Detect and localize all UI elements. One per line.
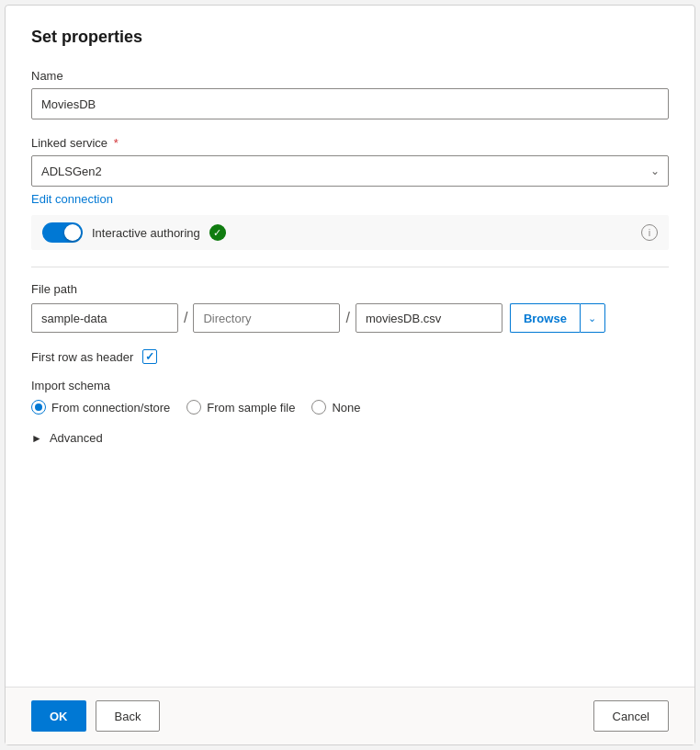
required-asterisk: *: [110, 136, 119, 150]
browse-btn-group: Browse ⌄: [510, 303, 605, 333]
chevron-down-icon: ⌄: [588, 312, 596, 324]
interactive-authoring-toggle[interactable]: [42, 222, 83, 243]
linked-service-label: Linked service *: [31, 136, 669, 150]
browse-chevron-button[interactable]: ⌄: [580, 303, 605, 333]
dialog-title: Set properties: [31, 28, 669, 47]
radio-label-from-sample-file: From sample file: [207, 401, 295, 415]
edit-connection-link[interactable]: Edit connection: [31, 192, 113, 206]
radio-inner-from-connection: [35, 403, 42, 411]
file-path-separator-1: /: [178, 303, 193, 333]
name-field-group: Name: [31, 69, 669, 119]
info-icon[interactable]: i: [641, 224, 658, 241]
radio-none[interactable]: None: [311, 400, 360, 415]
browse-button[interactable]: Browse: [510, 303, 580, 333]
import-schema-label: Import schema: [31, 379, 669, 392]
cancel-button[interactable]: Cancel: [593, 700, 669, 732]
set-properties-dialog: Set properties Name Linked service * ADL…: [5, 5, 695, 745]
back-button[interactable]: Back: [96, 700, 161, 732]
file-path-segment1[interactable]: [31, 303, 178, 333]
toggle-slider: [42, 222, 83, 243]
first-row-header-label: First row as header: [31, 350, 133, 364]
divider: [31, 267, 669, 267]
advanced-label: Advanced: [50, 431, 103, 445]
checkmark-icon: ✓: [145, 350, 154, 363]
linked-service-field-group: Linked service * ADLSGen2 ⌄ Edit connect…: [31, 136, 669, 250]
linked-service-select[interactable]: ADLSGen2: [31, 155, 669, 187]
name-input[interactable]: [31, 88, 669, 119]
advanced-row[interactable]: ► Advanced: [31, 431, 669, 445]
ok-button[interactable]: OK: [31, 700, 86, 732]
file-path-group: File path / / Browse ⌄: [31, 282, 669, 333]
radio-from-sample-file[interactable]: From sample file: [186, 400, 295, 415]
file-path-label: File path: [31, 282, 669, 296]
interactive-authoring-label: Interactive authoring: [92, 226, 200, 240]
import-schema-radio-group: From connection/store From sample file N…: [31, 400, 669, 415]
radio-label-none: None: [332, 401, 360, 415]
dialog-body: Set properties Name Linked service * ADL…: [6, 6, 694, 687]
name-label: Name: [31, 69, 669, 83]
file-path-segment3[interactable]: [356, 303, 502, 333]
linked-service-select-wrapper: ADLSGen2 ⌄: [31, 155, 669, 187]
file-path-separator-2: /: [340, 303, 355, 333]
chevron-right-icon: ►: [31, 432, 42, 445]
file-path-row: / / Browse ⌄: [31, 303, 669, 333]
import-schema-group: Import schema From connection/store From…: [31, 379, 669, 415]
radio-outer-from-connection: [31, 400, 46, 415]
interactive-authoring-row: Interactive authoring ✓ i: [31, 215, 669, 250]
green-check-icon: ✓: [209, 224, 226, 241]
radio-outer-from-sample-file: [186, 400, 201, 415]
radio-outer-none: [311, 400, 326, 415]
radio-label-from-connection: From connection/store: [51, 401, 170, 415]
first-row-header-row: First row as header ✓: [31, 349, 669, 364]
radio-from-connection[interactable]: From connection/store: [31, 400, 170, 415]
dialog-footer: OK Back Cancel: [6, 687, 694, 744]
first-row-header-checkbox[interactable]: ✓: [142, 349, 157, 364]
file-path-segment2[interactable]: [193, 303, 340, 333]
